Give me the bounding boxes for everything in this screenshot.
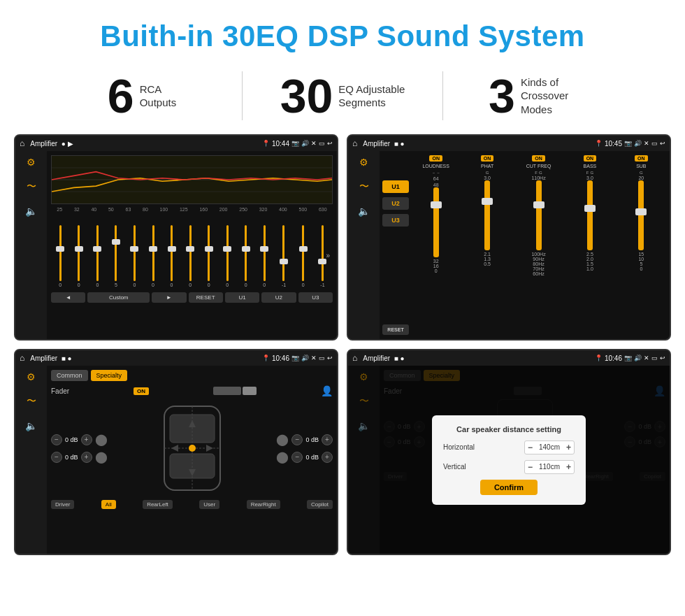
cross-eq-icon[interactable]: ⚙	[359, 157, 368, 168]
eq-custom-btn[interactable]: Custom	[87, 292, 150, 303]
cross-wave-icon[interactable]: 〜	[359, 180, 369, 193]
eq-wave-icon[interactable]: 〜	[27, 180, 36, 193]
fader-tab-common[interactable]: Common	[51, 370, 88, 381]
crossover-status-icons: 📍 10:45 📷 🔊 ✕ ▭ ↩	[595, 140, 665, 148]
zone-user[interactable]: User	[199, 500, 219, 509]
slider-0[interactable]: 0	[59, 216, 62, 287]
loudness-toggle[interactable]: ON	[429, 155, 442, 162]
eq-reset-btn[interactable]: RESET	[189, 292, 223, 303]
stat-crossover-number: 3	[489, 72, 515, 120]
slider-14[interactable]: -1	[320, 216, 324, 287]
fader-home-icon[interactable]: ⌂	[20, 353, 24, 363]
sliders-area: 0 0 0 5 0 0 0 0 0 0 0 0 -1 0 -1 »	[51, 213, 333, 290]
cross-main-area: U1 U2 U3 RESET ON LOUDNESS ~~	[380, 151, 670, 339]
svg-marker-12	[206, 445, 213, 452]
horizontal-minus[interactable]: −	[528, 443, 533, 452]
horizontal-control: − 140cm +	[524, 440, 575, 454]
sub-toggle[interactable]: ON	[635, 155, 648, 162]
left-bot-plus[interactable]: +	[81, 452, 92, 463]
crossover-win-icon: ▭	[651, 140, 658, 147]
fader-screen: ⌂ Amplifier ■ ● 📍 10:46 📷 🔊 ✕ ▭ ↩ ⚙ 〜 🔈 …	[14, 349, 338, 555]
preset-u2[interactable]: U2	[382, 197, 409, 210]
distance-home-icon[interactable]: ⌂	[352, 353, 357, 363]
eq-eq-icon[interactable]: ⚙	[27, 157, 36, 168]
freq-labels: 2532405063 80100125160200 25032040050063…	[51, 207, 333, 212]
horizontal-row: Horizontal − 140cm +	[443, 440, 575, 454]
horizontal-plus[interactable]: +	[566, 443, 571, 452]
slider-1[interactable]: 0	[78, 216, 80, 287]
eq-u1-btn[interactable]: U1	[225, 292, 259, 303]
slider-3[interactable]: 5	[115, 216, 117, 287]
vertical-plus[interactable]: +	[566, 462, 571, 472]
loudness-slider[interactable]	[433, 187, 439, 257]
slider-6[interactable]: 0	[171, 216, 173, 287]
slider-11[interactable]: 0	[263, 216, 266, 287]
fader-speaker-icon[interactable]: 🔈	[25, 420, 37, 431]
cutfreq-toggle[interactable]: ON	[532, 155, 545, 162]
sub-slider[interactable]	[638, 180, 644, 250]
slider-13[interactable]: 0	[302, 216, 305, 287]
crossover-home-icon[interactable]: ⌂	[352, 138, 357, 148]
slider-12[interactable]: -1	[282, 216, 286, 287]
fader-wave-icon[interactable]: 〜	[27, 395, 36, 408]
fader-x-icon: ✕	[311, 354, 317, 361]
slider-2[interactable]: 0	[96, 216, 99, 287]
zone-rearleft[interactable]: RearLeft	[143, 500, 173, 509]
slider-7[interactable]: 0	[189, 216, 192, 287]
eq-prev-btn[interactable]: ◄	[51, 292, 85, 303]
slider-10[interactable]: 0	[245, 216, 247, 287]
channel-sub: ON SUB G 20 15 10 5 0	[617, 155, 665, 335]
vertical-control: − 110cm +	[524, 460, 575, 474]
eq-home-icon[interactable]: ⌂	[20, 138, 24, 148]
eq-win-icon: ▭	[319, 140, 325, 147]
preset-u3[interactable]: U3	[382, 214, 409, 227]
eq-u2-btn[interactable]: U2	[261, 292, 296, 303]
right-bot-plus[interactable]: +	[322, 452, 333, 463]
eq-next-btn[interactable]: ►	[152, 292, 186, 303]
cutfreq-slider[interactable]	[536, 180, 542, 250]
slider-5[interactable]: 0	[152, 216, 154, 287]
fader-status-icons: 📍 10:46 📷 🔊 ✕ ▭ ↩	[262, 354, 333, 362]
bass-slider[interactable]	[587, 180, 593, 250]
left-top-plus[interactable]: +	[81, 434, 92, 445]
slider-9[interactable]: 0	[226, 216, 229, 287]
distance-modal: Car speaker distance setting Horizontal …	[432, 415, 586, 505]
confirm-button[interactable]: Confirm	[480, 480, 538, 495]
right-top-speaker: ⬤ − 0 dB +	[276, 433, 333, 446]
distance-pin-icon: 📍	[595, 354, 603, 361]
left-top-minus[interactable]: −	[51, 434, 62, 445]
phat-toggle[interactable]: ON	[481, 155, 494, 162]
zone-all[interactable]: All	[101, 500, 116, 509]
right-top-plus[interactable]: +	[322, 434, 333, 445]
zone-driver[interactable]: Driver	[51, 500, 74, 509]
fader-toggle[interactable]: ON	[134, 387, 149, 395]
zone-copilot[interactable]: Copilot	[307, 500, 333, 509]
preset-reset[interactable]: RESET	[382, 324, 409, 335]
zone-rearright[interactable]: RearRight	[247, 500, 280, 509]
fader-sidebar: ⚙ 〜 🔈	[15, 366, 47, 554]
eq-status-bar: ⌂ Amplifier ● ▶ 📍 10:44 📷 🔊 ✕ ▭ ↩	[15, 136, 337, 151]
fader-tab-specialty[interactable]: Specialty	[91, 370, 128, 381]
eq-vol-icon: 🔊	[301, 140, 309, 147]
preset-u1[interactable]: U1	[382, 180, 409, 193]
crossover-screen: ⌂ Amplifier ■ ● 📍 10:45 📷 🔊 ✕ ▭ ↩ ⚙ 〜 🔈	[347, 134, 671, 341]
phat-slider[interactable]	[484, 180, 490, 250]
eq-left-sidebar: ⚙ 〜 🔈	[15, 151, 47, 339]
slider-8[interactable]: 0	[208, 216, 210, 287]
fader-eq-icon[interactable]: ⚙	[27, 371, 36, 382]
eq-u3-btn[interactable]: U3	[298, 292, 333, 303]
vertical-minus[interactable]: −	[528, 462, 533, 472]
right-top-minus[interactable]: −	[291, 434, 303, 445]
eq-speaker-icon[interactable]: 🔈	[25, 206, 37, 217]
left-bot-minus[interactable]: −	[51, 452, 62, 463]
crossover-status-bar: ⌂ Amplifier ■ ● 📍 10:45 📷 🔊 ✕ ▭ ↩	[348, 136, 670, 151]
fader-win-icon: ▭	[319, 354, 325, 361]
bass-toggle[interactable]: ON	[584, 155, 597, 162]
stat-crossover: 3 Kinds ofCrossover Modes	[443, 72, 643, 120]
cross-speaker-icon[interactable]: 🔈	[358, 206, 370, 217]
slider-4[interactable]: 0	[134, 216, 136, 287]
stat-crossover-label: Kinds ofCrossover Modes	[521, 76, 598, 117]
expand-icon[interactable]: »	[326, 252, 330, 259]
fader-user-icon[interactable]: 👤	[321, 385, 333, 396]
right-bot-minus[interactable]: −	[291, 452, 303, 463]
